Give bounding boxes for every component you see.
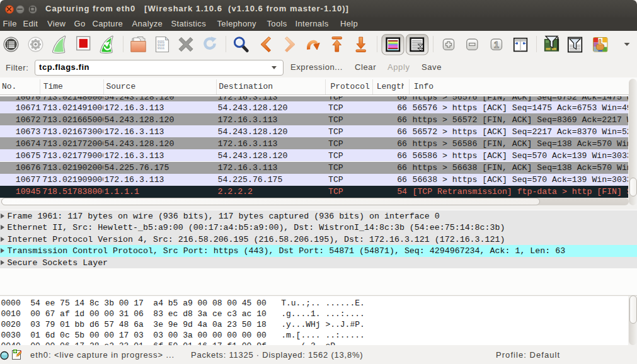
- svg-text:1: 1: [494, 40, 499, 50]
- svg-text:0111: 0111: [158, 47, 164, 50]
